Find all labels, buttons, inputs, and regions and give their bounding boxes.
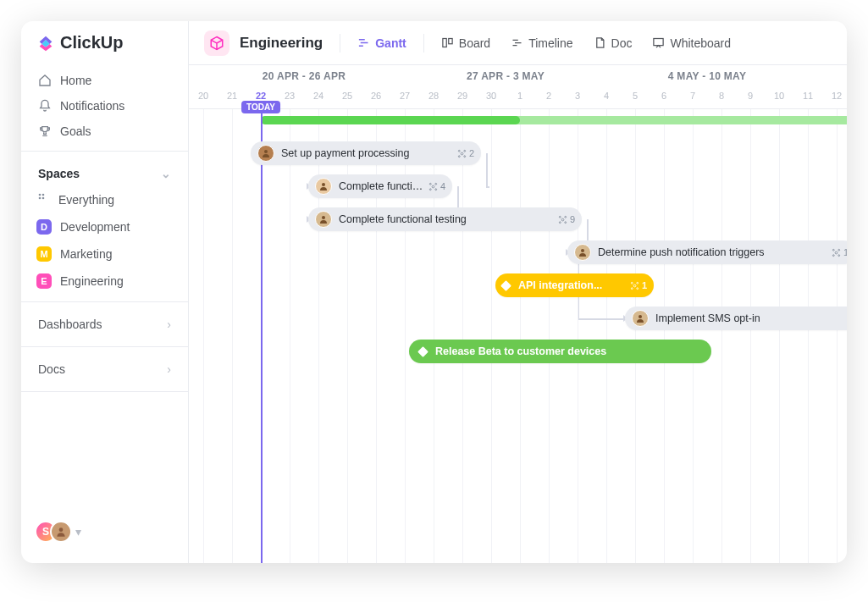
subtask-count: 2	[457, 148, 474, 158]
task-bar[interactable]: Release Beta to customer devices	[409, 340, 711, 363]
svg-point-29	[565, 216, 567, 218]
svg-point-15	[461, 152, 463, 155]
task-bar[interactable]: Complete functio...4	[308, 174, 452, 198]
svg-point-26	[322, 216, 325, 219]
space-marketing[interactable]: M Marketing	[30, 241, 180, 267]
grid-line	[808, 109, 809, 563]
svg-point-17	[464, 150, 466, 152]
task-bar[interactable]: Set up payment processing2	[251, 141, 481, 165]
space-badge: D	[36, 219, 52, 235]
divider	[340, 34, 340, 52]
docs-section[interactable]: Docs ›	[21, 354, 188, 384]
subtask-count: 1	[630, 280, 647, 290]
sidebar: ClickUp Home Notifications Goals	[21, 21, 189, 563]
chevron-right-icon: ›	[167, 318, 171, 331]
trophy-icon	[38, 124, 52, 138]
caret-down-icon[interactable]: ▾	[75, 525, 81, 538]
user-avatars[interactable]: S	[35, 521, 72, 543]
spaces-header[interactable]: Spaces ⌄	[21, 158, 188, 185]
subtasks-icon	[457, 149, 467, 158]
svg-point-21	[432, 185, 434, 188]
view-label: Whiteboard	[670, 36, 731, 50]
day-label: 12	[822, 91, 847, 101]
grid-line	[750, 109, 751, 563]
gantt-icon	[357, 36, 370, 49]
day-label: 11	[793, 91, 822, 101]
assignee-avatar	[315, 211, 332, 228]
task-bar[interactable]: API integration...1	[495, 273, 654, 297]
day-label: 8	[707, 91, 736, 101]
subtasks-icon	[558, 215, 567, 224]
gantt-body[interactable]: TODAYSet up payment processing2Complete …	[189, 109, 847, 563]
svg-point-38	[633, 284, 636, 287]
grid-line	[721, 109, 722, 563]
day-label: 6	[650, 91, 678, 101]
day-label: 20	[189, 91, 218, 101]
svg-point-18	[458, 155, 460, 157]
space-engineering[interactable]: E Engineering	[30, 268, 180, 294]
svg-rect-13	[654, 39, 663, 46]
assignee-avatar	[257, 145, 274, 162]
subtask-count: 9	[558, 214, 575, 224]
space-badge: M	[36, 246, 52, 262]
topbar: Engineering Gantt Board Timeline	[189, 21, 847, 65]
nav-home[interactable]: Home	[30, 68, 180, 93]
svg-point-33	[835, 251, 838, 254]
space-badge: E	[36, 273, 52, 289]
subtasks-icon	[630, 281, 639, 290]
day-label: 22	[246, 91, 275, 101]
svg-point-28	[559, 216, 561, 218]
view-label: Doc	[611, 36, 633, 50]
gantt-view[interactable]: 20 APR - 26 APR27 APR - 3 MAY4 MAY - 10 …	[189, 65, 847, 563]
day-label: 24	[304, 91, 333, 101]
sidebar-footer: S ▾	[21, 512, 188, 551]
view-label: Board	[459, 36, 490, 50]
timeline-icon	[511, 36, 523, 49]
view-tab-whiteboard[interactable]: Whiteboard	[644, 31, 739, 55]
view-tab-doc[interactable]: Doc	[585, 31, 641, 55]
workspace-title: Engineering	[240, 35, 323, 52]
subtasks-icon	[832, 248, 841, 257]
grid-line	[203, 109, 204, 563]
space-everything[interactable]: Everything	[30, 186, 180, 213]
svg-rect-9	[449, 39, 452, 44]
task-bar[interactable]: Complete functional testing9	[308, 207, 582, 231]
chevron-down-icon: ⌄	[161, 167, 171, 180]
space-initial: M	[40, 249, 47, 259]
assignee-avatar	[315, 178, 332, 195]
divider	[21, 391, 188, 392]
box-icon	[209, 36, 224, 51]
grid-line	[837, 109, 838, 563]
day-label: 1	[506, 91, 534, 101]
dependency-line	[578, 318, 625, 320]
svg-point-2	[39, 197, 41, 200]
subtasks-icon	[428, 182, 438, 191]
divider	[21, 346, 188, 347]
view-tab-board[interactable]: Board	[433, 31, 499, 55]
dashboards-section[interactable]: Dashboards ›	[21, 309, 188, 340]
grid-line	[232, 109, 233, 563]
nav-notifications[interactable]: Notifications	[30, 93, 180, 119]
day-label: 23	[275, 91, 304, 101]
subtask-count: 4	[428, 181, 445, 191]
board-icon	[441, 36, 454, 49]
task-bar[interactable]: Implement SMS opt-in	[625, 307, 847, 330]
svg-point-20	[322, 183, 325, 186]
view-tab-timeline[interactable]: Timeline	[502, 31, 581, 55]
nav-goals[interactable]: Goals	[30, 119, 180, 144]
whiteboard-icon	[652, 36, 665, 49]
svg-point-23	[435, 183, 437, 185]
day-label: 3	[563, 91, 592, 101]
view-tab-gantt[interactable]: Gantt	[349, 31, 415, 55]
svg-point-36	[832, 254, 834, 256]
grid-line	[578, 109, 578, 563]
dependency-line	[486, 186, 489, 188]
grid-line	[462, 109, 463, 563]
svg-point-42	[637, 287, 639, 289]
svg-point-14	[264, 150, 268, 153]
task-label: API integration...	[518, 279, 625, 291]
svg-point-22	[429, 183, 431, 185]
task-bar[interactable]: Determine push notification triggers1	[567, 240, 847, 264]
logo[interactable]: ClickUp	[21, 33, 188, 68]
space-development[interactable]: D Development	[30, 214, 180, 240]
